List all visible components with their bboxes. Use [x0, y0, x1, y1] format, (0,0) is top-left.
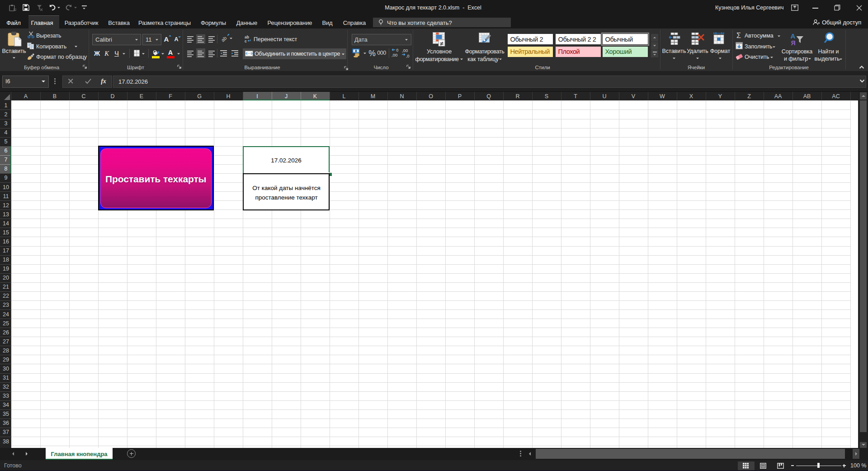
svg-text:,0: ,0 [406, 54, 410, 58]
svg-text:Я: Я [791, 39, 796, 46]
svg-text:,00: ,00 [402, 48, 408, 53]
svg-text:c: c [245, 39, 247, 43]
svg-text:А: А [791, 32, 796, 40]
svg-text:ab: ab [221, 35, 228, 42]
svg-text:12: 12 [13, 8, 16, 11]
svg-text:,00: ,00 [392, 52, 397, 57]
svg-text:0: 0 [396, 48, 399, 52]
